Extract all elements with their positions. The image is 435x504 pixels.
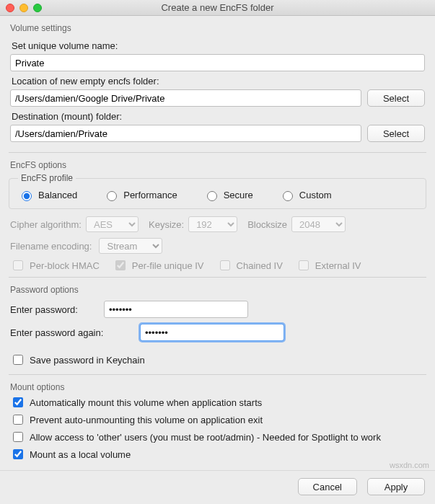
blocksize-select: 2048: [291, 216, 346, 232]
per-file-iv-label: Per-file unique IV: [132, 260, 204, 271]
external-iv-check: External IV: [296, 258, 361, 273]
profile-performance[interactable]: Performance: [103, 189, 177, 201]
filename-encoding-label: Filename encoding:: [10, 241, 92, 252]
filename-encoding-select: Stream: [99, 238, 162, 254]
local-volume-check[interactable]: Mount as a local volume: [10, 447, 426, 461]
encfs-location-input[interactable]: [10, 89, 361, 107]
password-options-label: Password options: [10, 285, 426, 295]
cipher-label: Cipher algorithm:: [10, 219, 82, 230]
destination-input[interactable]: [10, 125, 361, 142]
apply-button[interactable]: Apply: [367, 478, 425, 495]
enter-password-again-label: Enter password again:: [10, 327, 133, 338]
profile-secure-radio[interactable]: [207, 191, 217, 201]
volume-name-input[interactable]: [10, 54, 425, 71]
profile-balanced-label: Balanced: [38, 190, 77, 200]
external-iv-checkbox: [299, 260, 309, 270]
cipher-select: AES: [86, 216, 139, 232]
profile-custom[interactable]: Custom: [279, 189, 332, 201]
titlebar: Create a new EncFS folder: [0, 0, 435, 16]
allow-other-label: Allow access to 'other' users (you must …: [30, 432, 381, 443]
allow-other-checkbox[interactable]: [13, 432, 23, 442]
prevent-unmount-checkbox[interactable]: [13, 415, 23, 425]
keysize-label: Keysize:: [149, 219, 184, 230]
select-location-button[interactable]: Select: [367, 89, 425, 107]
volume-settings-label: Volume settings: [10, 23, 426, 33]
blocksize-label: Blocksize: [247, 219, 287, 230]
chained-iv-check: Chained IV: [217, 258, 283, 273]
per-block-hmac-checkbox: [13, 260, 23, 270]
allow-other-check[interactable]: Allow access to 'other' users (you must …: [10, 430, 426, 444]
volume-name-label: Set unique volume name:: [12, 40, 425, 51]
profile-performance-radio[interactable]: [107, 191, 117, 201]
auto-mount-check[interactable]: Automatically mount this volume when app…: [10, 395, 426, 410]
destination-label: Destination (mount) folder:: [12, 111, 425, 122]
save-keychain-check[interactable]: Save password in Keychain: [10, 353, 145, 367]
auto-mount-label: Automatically mount this volume when app…: [30, 397, 262, 408]
profile-balanced[interactable]: Balanced: [18, 189, 77, 201]
footer: Cancel Apply: [0, 470, 435, 504]
profile-secure-label: Secure: [224, 190, 253, 200]
cancel-button[interactable]: Cancel: [298, 478, 357, 495]
profile-balanced-radio[interactable]: [22, 191, 32, 201]
password-again-input[interactable]: [140, 324, 284, 341]
per-file-iv-checkbox: [115, 260, 126, 270]
divider: [9, 277, 426, 278]
profile-secure[interactable]: Secure: [203, 189, 253, 201]
encfs-profile-legend: EncFS profile: [18, 173, 76, 183]
encfs-location-label: Location of new empty encfs folder:: [12, 76, 425, 87]
divider: [9, 374, 426, 375]
divider: [9, 152, 426, 153]
select-destination-button[interactable]: Select: [367, 125, 425, 142]
save-keychain-checkbox[interactable]: [13, 355, 23, 365]
profile-custom-radio[interactable]: [283, 191, 293, 201]
local-volume-checkbox[interactable]: [13, 449, 23, 459]
chained-iv-label: Chained IV: [237, 260, 283, 271]
volume-settings-group: Set unique volume name: Location of new …: [9, 35, 426, 148]
save-keychain-label: Save password in Keychain: [30, 355, 145, 366]
watermark: wsxdn.com: [390, 461, 429, 469]
encfs-options-label: EncFS options: [10, 160, 426, 170]
prevent-unmount-check[interactable]: Prevent auto-unmounting this volume on a…: [10, 412, 426, 427]
mount-options-label: Mount options: [10, 382, 426, 392]
profile-performance-label: Performance: [123, 190, 177, 200]
chained-iv-checkbox: [220, 260, 230, 270]
window-title: Create a new EncFS folder: [0, 2, 435, 13]
per-block-hmac-check: Per-block HMAC: [10, 258, 100, 273]
auto-mount-checkbox[interactable]: [13, 397, 23, 407]
encfs-profile-group: EncFS profile Balanced Performance Secur…: [9, 173, 426, 209]
profile-custom-label: Custom: [299, 190, 332, 200]
per-file-iv-check: Per-file unique IV: [113, 258, 204, 273]
keysize-select: 192: [188, 216, 237, 232]
local-volume-label: Mount as a local volume: [30, 449, 131, 460]
prevent-unmount-label: Prevent auto-unmounting this volume on a…: [30, 415, 263, 425]
external-iv-label: External IV: [315, 260, 361, 271]
enter-password-label: Enter password:: [10, 304, 97, 315]
password-input[interactable]: [104, 301, 248, 318]
per-block-hmac-label: Per-block HMAC: [30, 260, 100, 271]
